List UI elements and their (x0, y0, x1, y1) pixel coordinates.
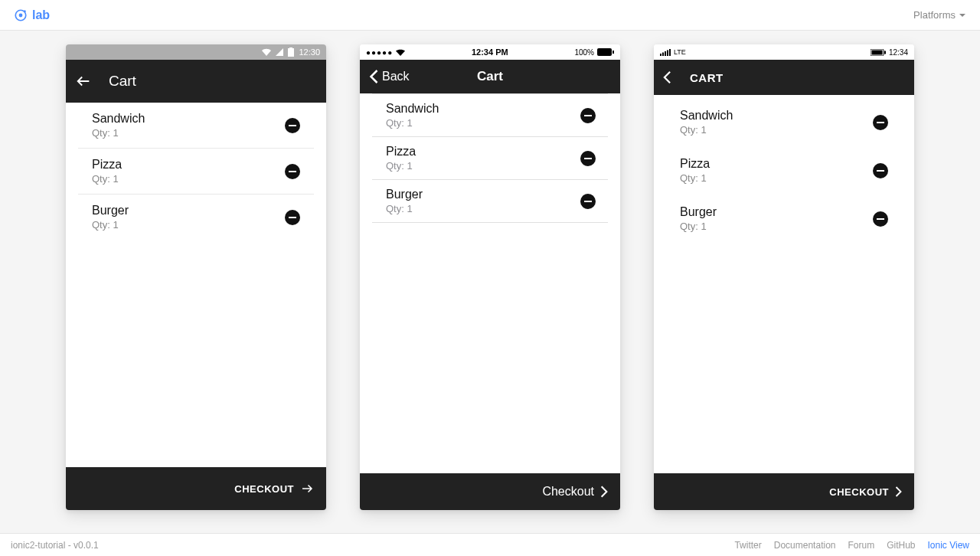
remove-button[interactable] (580, 194, 596, 209)
item-qty: Qty: 1 (92, 127, 145, 139)
item-name: Pizza (92, 158, 122, 172)
network-label: LTE (674, 48, 686, 56)
remove-button[interactable] (873, 115, 888, 130)
platforms-label: Platforms (913, 9, 956, 21)
chevron-back-icon (663, 70, 671, 84)
list-item: Sandwich Qty: 1 (666, 98, 902, 146)
svg-point-1 (19, 13, 23, 17)
link-forum[interactable]: Forum (848, 540, 874, 551)
item-name: Sandwich (92, 112, 145, 126)
remove-button[interactable] (285, 210, 300, 225)
caret-down-icon (959, 11, 966, 19)
list-item: Pizza Qty: 1 (666, 146, 902, 195)
wp-status-bar: LTE 12:34 (654, 44, 914, 60)
back-label: Back (382, 70, 410, 83)
android-status-bar: 12:30 (66, 44, 326, 60)
svg-rect-14 (884, 51, 886, 54)
device-windows: LTE 12:34 CART Sandwich Qty: 1 (654, 44, 914, 510)
item-name: Burger (92, 204, 129, 217)
status-time: 12:30 (299, 47, 320, 57)
item-name: Sandwich (680, 109, 733, 123)
footer-links: Twitter Documentation Forum GitHub Ionic… (734, 540, 969, 551)
device-ios: ●●●●● 12:34 PM 100% Back Cart (360, 44, 620, 510)
svg-rect-9 (665, 51, 666, 56)
lab-logo-text: lab (32, 8, 50, 22)
list-item: Burger Qty: 1 (666, 195, 902, 243)
back-button[interactable] (663, 70, 671, 84)
remove-button[interactable] (873, 211, 888, 227)
list-item: Sandwich Qty: 1 (78, 103, 314, 149)
lab-header: lab Platforms (0, 0, 980, 31)
wp-navbar: CART (654, 60, 914, 95)
remove-button[interactable] (285, 118, 300, 133)
checkout-button[interactable]: CHECKOUT (66, 467, 326, 510)
cell-signal-icon (660, 49, 671, 56)
ios-navbar: Back Cart (360, 60, 620, 93)
svg-rect-3 (288, 48, 294, 57)
battery-icon (288, 47, 294, 57)
item-qty: Qty: 1 (680, 124, 733, 136)
item-name: Sandwich (386, 102, 439, 116)
chevron-back-icon (369, 69, 379, 84)
chevron-forward-icon (600, 485, 608, 499)
back-button[interactable] (75, 73, 92, 90)
item-qty: Qty: 1 (386, 203, 423, 214)
checkout-button[interactable]: CHECKOUT (654, 473, 914, 510)
arrow-back-icon (75, 73, 92, 90)
battery-icon (871, 49, 886, 56)
link-ionic-view[interactable]: Ionic View (928, 540, 969, 551)
svg-rect-7 (660, 54, 662, 56)
arrow-forward-icon (300, 482, 314, 495)
ios-status-bar: ●●●●● 12:34 PM 100% (360, 44, 620, 60)
platforms-dropdown[interactable]: Platforms (913, 9, 966, 21)
item-name: Burger (680, 205, 717, 219)
item-qty: Qty: 1 (92, 173, 122, 185)
svg-rect-11 (669, 49, 671, 56)
battery-percent: 100% (574, 48, 594, 57)
device-android: 12:30 Cart Sandwich Qty: 1 Pizza (66, 44, 326, 510)
lab-logo: lab (14, 8, 50, 22)
cell-dots-icon: ●●●●● (366, 48, 393, 57)
item-name: Pizza (386, 145, 416, 159)
ios-cart-list: Sandwich Qty: 1 Pizza Qty: 1 Burger Qt (360, 93, 620, 473)
android-cart-list: Sandwich Qty: 1 Pizza Qty: 1 Burger Qt (66, 103, 326, 467)
checkout-button[interactable]: Checkout (360, 473, 620, 510)
svg-rect-13 (871, 50, 882, 54)
list-item: Burger Qty: 1 (372, 180, 608, 223)
android-navbar: Cart (66, 60, 326, 103)
link-twitter[interactable]: Twitter (734, 540, 761, 551)
device-previews: 12:30 Cart Sandwich Qty: 1 Pizza (0, 31, 980, 533)
item-qty: Qty: 1 (386, 117, 439, 129)
svg-rect-5 (597, 48, 612, 56)
link-documentation[interactable]: Documentation (774, 540, 836, 551)
chevron-forward-icon (895, 486, 902, 498)
remove-button[interactable] (580, 151, 596, 166)
battery-icon (597, 48, 614, 56)
item-qty: Qty: 1 (92, 219, 129, 231)
link-github[interactable]: GitHub (887, 540, 915, 551)
item-qty: Qty: 1 (386, 160, 416, 172)
checkout-label: CHECKOUT (829, 486, 889, 498)
svg-rect-6 (612, 51, 614, 54)
page-title: CART (690, 71, 724, 84)
project-label: ionic2-tutorial - v0.0.1 (11, 540, 99, 551)
page-title: Cart (109, 73, 136, 90)
wifi-icon (262, 48, 271, 56)
list-item: Pizza Qty: 1 (78, 149, 314, 195)
lab-footer: ionic2-tutorial - v0.0.1 Twitter Documen… (0, 533, 980, 556)
svg-point-2 (24, 10, 26, 12)
status-time: 12:34 PM (472, 47, 508, 57)
item-qty: Qty: 1 (680, 221, 717, 232)
remove-button[interactable] (580, 108, 596, 123)
cell-signal-icon (276, 48, 283, 56)
item-name: Burger (386, 188, 423, 201)
status-time: 12:34 (889, 48, 908, 57)
svg-rect-8 (662, 52, 664, 56)
svg-rect-10 (667, 50, 668, 56)
remove-button[interactable] (285, 164, 300, 179)
remove-button[interactable] (873, 163, 888, 178)
wifi-icon (396, 49, 405, 56)
list-item: Burger Qty: 1 (78, 195, 314, 240)
back-button[interactable]: Back (369, 69, 410, 84)
checkout-label: CHECKOUT (234, 483, 294, 495)
